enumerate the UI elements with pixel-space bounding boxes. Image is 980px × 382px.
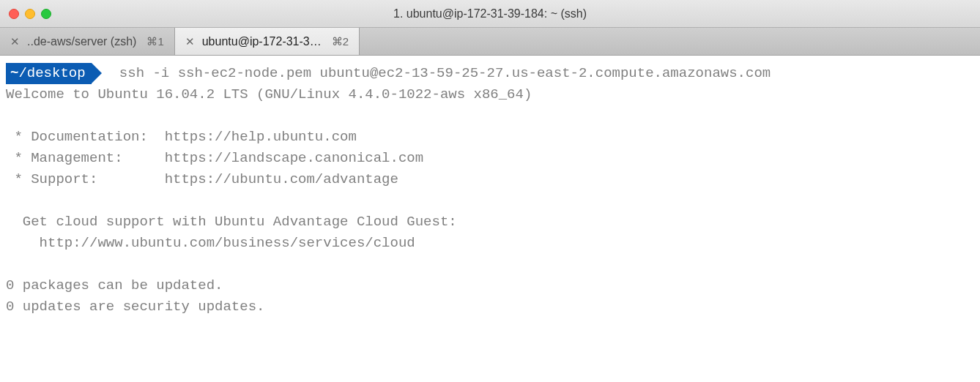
motd-documentation: * Documentation: https://help.ubuntu.com: [6, 129, 357, 145]
tab-active[interactable]: ✕ ubuntu@ip-172-31-3… ⌘2: [175, 28, 360, 55]
motd-management: * Management: https://landscape.canonica…: [6, 150, 423, 166]
tab-label: ubuntu@ip-172-31-3…: [202, 35, 322, 48]
prompt-tilde: ~: [10, 65, 18, 81]
close-icon[interactable]: ✕: [10, 35, 20, 48]
close-icon[interactable]: ✕: [185, 35, 195, 48]
window-titlebar: 1. ubuntu@ip-172-31-39-184: ~ (ssh): [0, 0, 980, 28]
maximize-window-button[interactable]: [41, 9, 51, 19]
minimize-window-button[interactable]: [25, 9, 35, 19]
tab-bar: ✕ ..de-aws/server (zsh) ⌘1 ✕ ubuntu@ip-1…: [0, 28, 980, 56]
command-text: ssh -i ssh-ec2-node.pem ubuntu@ec2-13-59…: [119, 65, 771, 81]
motd-cloud-2: http://www.ubuntu.com/business/services/…: [6, 235, 415, 251]
window-title: 1. ubuntu@ip-172-31-39-184: ~ (ssh): [393, 7, 587, 20]
motd-cloud-1: Get cloud support with Ubuntu Advantage …: [6, 214, 457, 230]
prompt-badge: ~/desktop: [6, 63, 92, 84]
traffic-lights: [9, 9, 51, 19]
terminal-content[interactable]: ~/desktop ssh -i ssh-ec2-node.pem ubuntu…: [0, 56, 980, 325]
tab-label: ..de-aws/server (zsh): [27, 35, 136, 48]
motd-welcome: Welcome to Ubuntu 16.04.2 LTS (GNU/Linux…: [6, 86, 532, 102]
tab-inactive[interactable]: ✕ ..de-aws/server (zsh) ⌘1: [0, 28, 175, 55]
motd-support: * Support: https://ubuntu.com/advantage: [6, 171, 398, 187]
motd-security: 0 updates are security updates.: [6, 299, 264, 315]
tab-shortcut: ⌘1: [146, 35, 163, 48]
close-window-button[interactable]: [9, 9, 19, 19]
tab-shortcut: ⌘2: [332, 35, 349, 48]
motd-packages: 0 packages can be updated.: [6, 277, 223, 293]
prompt-path: /desktop: [18, 65, 85, 81]
